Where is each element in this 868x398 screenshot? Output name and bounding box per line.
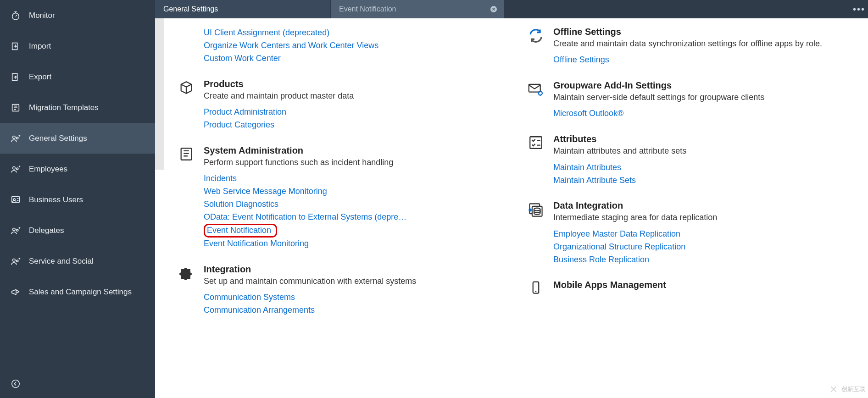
- section-title: Mobile Apps Management: [553, 280, 854, 290]
- link-product-categories[interactable]: Product Categories: [204, 119, 505, 132]
- svg-rect-15: [529, 84, 540, 92]
- sidebar-item-label: Export: [29, 72, 51, 82]
- svg-point-3: [17, 137, 18, 139]
- tabbar-overflow-icon[interactable]: •••: [853, 4, 865, 15]
- link-web-service-message-monitoring[interactable]: Web Service Message Monitoring: [204, 185, 505, 198]
- content-area: UI Client Assignment (deprecated) Organi…: [155, 18, 868, 398]
- section-products: Products Create and maintain product mas…: [169, 79, 505, 132]
- sidebar-item-employees[interactable]: Employees: [0, 154, 155, 184]
- svg-point-11: [17, 260, 18, 262]
- link-organizational-structure-replication[interactable]: Organizational Structure Replication: [553, 241, 854, 254]
- section-integration: Integration Set up and maintain communic…: [169, 264, 505, 317]
- link-event-notification-monitoring[interactable]: Event Notification Monitoring: [204, 238, 505, 250]
- sidebar-item-label: Delegates: [29, 226, 64, 235]
- section-title: Offline Settings: [553, 27, 854, 37]
- collapse-sidebar-button[interactable]: [11, 379, 22, 390]
- svg-point-4: [13, 166, 16, 169]
- svg-point-8: [13, 228, 16, 231]
- scroll-gutter: [155, 18, 164, 170]
- puzzle-icon: [169, 264, 204, 317]
- sidebar-item-label: Service and Social: [29, 257, 94, 266]
- section-desc: Intermediate staging area for data repli…: [553, 212, 854, 223]
- sidebar-item-label: General Settings: [29, 134, 87, 143]
- sidebar: Monitor Import Export Migration Template…: [0, 0, 155, 398]
- mail-gear-icon: [518, 80, 553, 120]
- link-custom-work-center[interactable]: Custom Work Center: [204, 52, 505, 65]
- sidebar-item-migration-templates[interactable]: Migration Templates: [0, 92, 155, 123]
- link-ui-client-assignment[interactable]: UI Client Assignment (deprecated): [204, 27, 505, 39]
- svg-point-12: [12, 380, 20, 388]
- link-incidents[interactable]: Incidents: [204, 172, 505, 185]
- mobile-icon: [518, 280, 553, 294]
- link-offline-settings[interactable]: Offline Settings: [553, 54, 854, 66]
- import-icon: [11, 41, 29, 51]
- section-system-administration: System Administration Perform support fu…: [169, 145, 505, 250]
- users-star-icon: [11, 226, 29, 236]
- left-column: UI Client Assignment (deprecated) Organi…: [169, 27, 518, 398]
- sidebar-item-monitor[interactable]: Monitor: [0, 0, 155, 31]
- tab-event-notification[interactable]: Event Notification: [330, 0, 504, 18]
- sidebar-item-delegates[interactable]: Delegates: [0, 215, 155, 246]
- sidebar-item-sales-campaign[interactable]: Sales and Campaign Settings: [0, 276, 155, 307]
- document-icon: [169, 145, 204, 250]
- section-orphan-links: UI Client Assignment (deprecated) Organi…: [169, 27, 505, 65]
- sidebar-item-label: Business Users: [29, 195, 83, 205]
- sidebar-item-service-social[interactable]: Service and Social: [0, 246, 155, 276]
- links-list: UI Client Assignment (deprecated) Organi…: [204, 27, 505, 65]
- svg-rect-17: [530, 137, 542, 149]
- svg-point-5: [17, 168, 18, 170]
- section-title: Groupware Add-In Settings: [553, 80, 854, 91]
- section-desc: Perform support functions such as incide…: [204, 157, 505, 168]
- close-tab-icon[interactable]: [490, 6, 497, 13]
- link-product-administration[interactable]: Product Administration: [204, 106, 505, 119]
- checklist-icon: [518, 134, 553, 187]
- sidebar-item-import[interactable]: Import: [0, 31, 155, 61]
- link-maintain-attributes[interactable]: Maintain Attributes: [553, 161, 854, 174]
- tabbar: General Settings Event Notification •••: [155, 0, 868, 18]
- section-title: Data Integration: [553, 200, 854, 211]
- section-mobile-apps-management: Mobile Apps Management: [518, 280, 854, 294]
- tab-general-settings[interactable]: General Settings: [155, 0, 330, 18]
- section-groupware-addin: Groupware Add-In Settings Maintain serve…: [518, 80, 854, 120]
- section-data-integration: Data Integration Intermediate staging ar…: [518, 200, 854, 266]
- sidebar-item-business-users[interactable]: Business Users: [0, 184, 155, 215]
- tab-label: Event Notification: [339, 5, 396, 13]
- tabbar-filler: •••: [504, 0, 868, 18]
- link-maintain-attribute-sets[interactable]: Maintain Attribute Sets: [553, 174, 854, 187]
- section-title: Integration: [204, 264, 505, 275]
- link-business-role-replication[interactable]: Business Role Replication: [553, 254, 854, 266]
- template-icon: [11, 103, 29, 113]
- tab-label: General Settings: [163, 5, 218, 13]
- link-solution-diagnostics[interactable]: Solution Diagnostics: [204, 198, 505, 211]
- link-microsoft-outlook[interactable]: Microsoft Outlook®: [553, 107, 854, 120]
- section-desc: Set up and maintain communication with e…: [204, 276, 505, 287]
- link-event-notification[interactable]: Event Notification: [204, 224, 277, 238]
- section-desc: Create and maintain product master data: [204, 90, 505, 101]
- sidebar-item-export[interactable]: Export: [0, 61, 155, 92]
- section-title: Products: [204, 79, 505, 89]
- sidebar-item-label: Employees: [29, 165, 67, 174]
- sidebar-item-label: Migration Templates: [29, 103, 99, 112]
- link-communication-systems[interactable]: Communication Systems: [204, 291, 505, 304]
- svg-point-2: [13, 136, 16, 138]
- stopwatch-icon: [11, 11, 29, 21]
- sidebar-item-label: Import: [29, 42, 51, 51]
- export-icon: [11, 72, 29, 82]
- sync-icon: [518, 27, 553, 66]
- megaphone-icon: [11, 287, 29, 297]
- business-user-icon: [11, 195, 29, 205]
- watermark: 创新互联: [829, 384, 865, 394]
- link-odata-event-notification[interactable]: OData: Event Notification to External Sy…: [204, 211, 505, 224]
- section-desc: Create and maintain data synchronization…: [553, 38, 854, 49]
- svg-rect-14: [181, 148, 192, 160]
- cube-icon: [169, 79, 204, 132]
- link-communication-arrangements[interactable]: Communication Arrangements: [204, 304, 505, 317]
- link-organize-work-centers[interactable]: Organize Work Centers and Work Center Vi…: [204, 39, 505, 52]
- section-attributes: Attributes Maintain attributes and attri…: [518, 134, 854, 187]
- link-employee-master-data-replication[interactable]: Employee Master Data Replication: [553, 228, 854, 241]
- svg-point-10: [13, 259, 16, 261]
- sidebar-item-general-settings[interactable]: General Settings: [0, 123, 155, 154]
- section-title: System Administration: [204, 145, 505, 156]
- database-replication-icon: [518, 200, 553, 266]
- section-title: Attributes: [553, 134, 854, 144]
